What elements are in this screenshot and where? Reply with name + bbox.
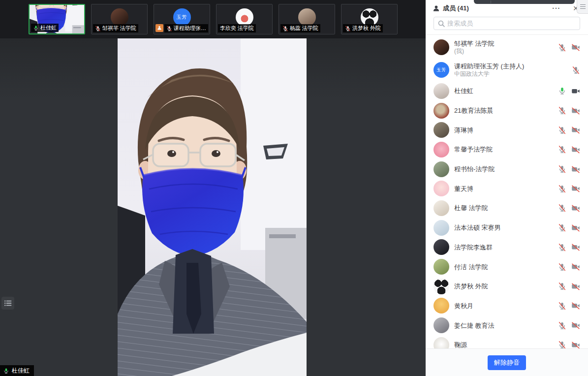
- collapsed-toolbar-handle[interactable]: [474, 0, 575, 4]
- toolbar-divider: [491, 0, 491, 3]
- camera-off-icon: [571, 106, 580, 115]
- host-badge-icon: [155, 24, 163, 32]
- participant-name-text: 李欣奕 法学院: [220, 25, 254, 32]
- hamburger-icon: [580, 4, 586, 5]
- member-avatar: [433, 181, 449, 196]
- active-speaker-name-text: 杜佳虹: [12, 367, 30, 375]
- member-row[interactable]: 付洁 法学院: [426, 257, 588, 277]
- mic-muted-icon: [345, 26, 351, 31]
- participant-tile[interactable]: 邹祺芊 法学院: [91, 4, 148, 34]
- member-name: 21教育法陈晨: [454, 107, 558, 114]
- mic-muted-icon: [558, 321, 566, 330]
- layout-list-toggle-button[interactable]: [1, 297, 14, 310]
- member-avatar: [433, 239, 449, 255]
- member-row[interactable]: 21教育法陈晨: [426, 101, 588, 121]
- member-row[interactable]: 法本法硕 宋赛男: [426, 218, 588, 238]
- mic-on-icon: [33, 25, 39, 31]
- participant-name-text: 邹祺芊 法学院: [102, 25, 136, 32]
- members-panel: 成员 (41) ··· ✕ 邹祺芊 法学院 (我): [426, 0, 588, 376]
- mic-muted-icon: [166, 26, 172, 31]
- camera-off-icon: [571, 204, 580, 213]
- camera-off-icon: [571, 321, 580, 330]
- participant-name-label: 杜佳虹: [31, 24, 59, 32]
- member-row[interactable]: 董天博: [426, 179, 588, 198]
- camera-off-icon: [571, 301, 580, 310]
- member-name: 法学院李逸群: [454, 244, 558, 251]
- participant-avatar: [236, 8, 253, 26]
- participant-name-text: 课程助理张…: [174, 25, 206, 32]
- member-row[interactable]: 邹祺芊 法学院 (我): [426, 36, 588, 59]
- mic-muted-icon: [95, 26, 101, 31]
- member-avatar: [433, 200, 449, 216]
- mic-muted-icon: [558, 243, 566, 251]
- camera-on-icon: [571, 87, 580, 95]
- mic-muted-icon: [558, 145, 566, 154]
- member-search: [433, 17, 580, 30]
- member-row[interactable]: 常馨予法学院: [426, 140, 588, 159]
- camera-off-icon: [571, 282, 580, 291]
- member-row[interactable]: 杜馨 法学院: [426, 198, 588, 218]
- participant-name-label: 邹祺芊 法学院: [93, 24, 138, 32]
- participant-tile[interactable]: 玉芳 课程助理张…: [154, 4, 210, 34]
- member-name: 法本法硕 宋赛男: [454, 224, 558, 231]
- participant-name-text: 洪梦秋 外院: [352, 25, 381, 32]
- camera-off-icon: [571, 223, 580, 232]
- member-name: 薄琳博: [454, 126, 558, 134]
- member-avatar: [433, 279, 449, 294]
- mic-muted-icon: [558, 282, 566, 290]
- member-row[interactable]: 黄秋月: [426, 296, 588, 316]
- list-view-icon: [3, 298, 13, 308]
- hamburger-icon: [580, 6, 586, 7]
- unmute-button[interactable]: 解除静音: [488, 355, 526, 370]
- participant-name-text: 杨蕊 法学院: [290, 25, 318, 32]
- member-row[interactable]: 玉芳 课程助理张玉芳 (主持人) 中国政法大学: [426, 59, 588, 81]
- participant-tile[interactable]: 李欣奕 法学院: [216, 4, 273, 34]
- participant-filmstrip: 杜佳虹 邹祺芊 法学院 玉芳: [0, 0, 426, 38]
- member-name: 董天博: [454, 185, 558, 192]
- participant-tile[interactable]: 杜佳虹: [29, 4, 85, 34]
- member-name: 程书怡-法学院: [454, 165, 558, 173]
- member-name: 杜馨 法学院: [454, 204, 558, 212]
- member-list: 邹祺芊 法学院 (我) 玉芳 课程助理张玉芳 (主持人) 中国政法大学: [426, 35, 588, 348]
- member-row[interactable]: 薄琳博: [426, 120, 588, 140]
- member-avatar: [433, 103, 449, 119]
- member-name: 姜仁捷 教育法: [454, 322, 558, 329]
- member-name: 黄秋月: [454, 302, 558, 310]
- participant-avatar: [361, 8, 378, 26]
- camera-off-icon: [571, 125, 580, 134]
- member-row[interactable]: 杜佳虹: [426, 81, 588, 101]
- member-subtitle: 中国政法大学: [454, 70, 572, 77]
- search-input[interactable]: [433, 17, 580, 30]
- camera-off-icon: [571, 262, 580, 271]
- participant-avatar: [298, 8, 316, 26]
- members-panel-title: 成员 (41): [443, 4, 547, 13]
- members-icon: [433, 5, 440, 12]
- member-row[interactable]: 程书怡-法学院: [426, 159, 588, 179]
- mic-muted-icon: [558, 185, 566, 193]
- camera-off-icon: [571, 243, 580, 251]
- member-row[interactable]: 鞠源: [426, 335, 588, 348]
- avatar-initials: 玉芳: [436, 67, 446, 73]
- camera-off-icon: [571, 43, 580, 52]
- main-stage: 杜佳虹: [0, 38, 426, 376]
- side-panel-flap-button[interactable]: [577, 0, 588, 14]
- participant-name-label: 课程助理张…: [164, 24, 208, 32]
- mic-muted-icon: [558, 223, 566, 232]
- more-options-button[interactable]: ···: [550, 5, 567, 12]
- mic-muted-icon: [558, 126, 566, 134]
- member-avatar: [433, 337, 449, 348]
- member-row[interactable]: 法学院李逸群: [426, 238, 588, 257]
- mic-muted-icon: [282, 26, 288, 31]
- member-avatar: [433, 122, 449, 138]
- member-row[interactable]: 洪梦秋 外院: [426, 277, 588, 296]
- participant-name-label: 洪梦秋 外院: [343, 24, 383, 32]
- member-avatar: [433, 259, 449, 275]
- member-avatar: [433, 298, 449, 313]
- member-subtitle: (我): [454, 48, 558, 55]
- hamburger-icon: [580, 8, 586, 9]
- member-row[interactable]: 姜仁捷 教育法: [426, 315, 588, 335]
- participant-tile[interactable]: 洪梦秋 外院: [341, 4, 398, 34]
- participant-avatar: [111, 8, 128, 26]
- participant-name-label: 杨蕊 法学院: [280, 24, 320, 32]
- participant-tile[interactable]: 杨蕊 法学院: [279, 4, 335, 34]
